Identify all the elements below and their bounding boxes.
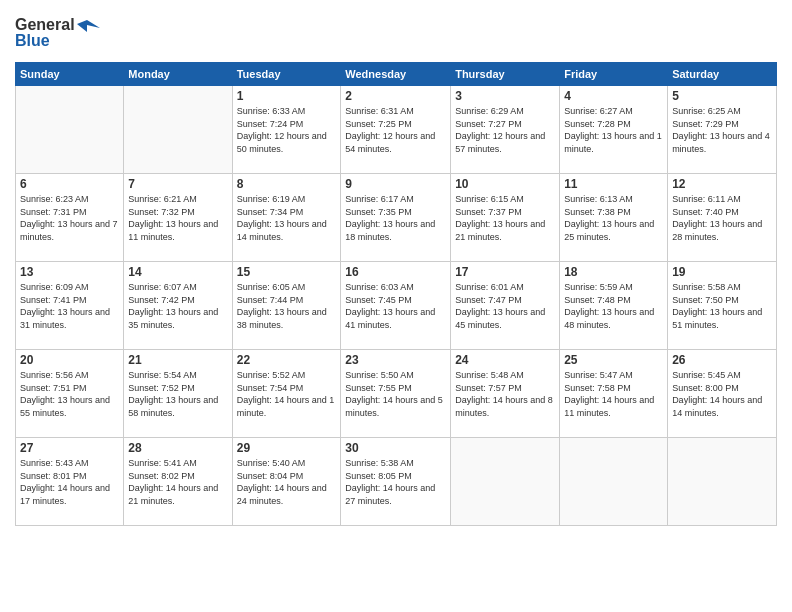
day-info: Sunrise: 5:45 AMSunset: 8:00 PMDaylight:… <box>672 369 772 419</box>
day-info: Sunrise: 5:50 AMSunset: 7:55 PMDaylight:… <box>345 369 446 419</box>
calendar-cell: 7Sunrise: 6:21 AMSunset: 7:32 PMDaylight… <box>124 174 232 262</box>
logo-text: General Blue <box>15 10 105 54</box>
calendar-cell: 4Sunrise: 6:27 AMSunset: 7:28 PMDaylight… <box>560 86 668 174</box>
day-info: Sunrise: 5:47 AMSunset: 7:58 PMDaylight:… <box>564 369 663 419</box>
svg-text:General: General <box>15 16 75 33</box>
day-number: 20 <box>20 353 119 367</box>
day-number: 14 <box>128 265 227 279</box>
calendar-cell: 23Sunrise: 5:50 AMSunset: 7:55 PMDayligh… <box>341 350 451 438</box>
calendar-cell: 14Sunrise: 6:07 AMSunset: 7:42 PMDayligh… <box>124 262 232 350</box>
day-number: 15 <box>237 265 337 279</box>
calendar-cell: 25Sunrise: 5:47 AMSunset: 7:58 PMDayligh… <box>560 350 668 438</box>
day-info: Sunrise: 5:59 AMSunset: 7:48 PMDaylight:… <box>564 281 663 331</box>
day-info: Sunrise: 6:23 AMSunset: 7:31 PMDaylight:… <box>20 193 119 243</box>
day-info: Sunrise: 6:21 AMSunset: 7:32 PMDaylight:… <box>128 193 227 243</box>
calendar-cell: 5Sunrise: 6:25 AMSunset: 7:29 PMDaylight… <box>668 86 777 174</box>
calendar-cell: 8Sunrise: 6:19 AMSunset: 7:34 PMDaylight… <box>232 174 341 262</box>
calendar-cell: 9Sunrise: 6:17 AMSunset: 7:35 PMDaylight… <box>341 174 451 262</box>
day-info: Sunrise: 6:29 AMSunset: 7:27 PMDaylight:… <box>455 105 555 155</box>
day-info: Sunrise: 6:07 AMSunset: 7:42 PMDaylight:… <box>128 281 227 331</box>
calendar-cell: 2Sunrise: 6:31 AMSunset: 7:25 PMDaylight… <box>341 86 451 174</box>
calendar-cell <box>560 438 668 526</box>
calendar-cell: 22Sunrise: 5:52 AMSunset: 7:54 PMDayligh… <box>232 350 341 438</box>
weekday-header: Saturday <box>668 63 777 86</box>
calendar-cell: 20Sunrise: 5:56 AMSunset: 7:51 PMDayligh… <box>16 350 124 438</box>
calendar-cell: 18Sunrise: 5:59 AMSunset: 7:48 PMDayligh… <box>560 262 668 350</box>
calendar-week-row: 6Sunrise: 6:23 AMSunset: 7:31 PMDaylight… <box>16 174 777 262</box>
calendar-cell: 27Sunrise: 5:43 AMSunset: 8:01 PMDayligh… <box>16 438 124 526</box>
header: General Blue <box>15 10 777 54</box>
day-number: 27 <box>20 441 119 455</box>
day-info: Sunrise: 6:09 AMSunset: 7:41 PMDaylight:… <box>20 281 119 331</box>
day-number: 23 <box>345 353 446 367</box>
calendar-cell: 17Sunrise: 6:01 AMSunset: 7:47 PMDayligh… <box>451 262 560 350</box>
day-number: 3 <box>455 89 555 103</box>
day-number: 25 <box>564 353 663 367</box>
day-number: 24 <box>455 353 555 367</box>
day-info: Sunrise: 6:17 AMSunset: 7:35 PMDaylight:… <box>345 193 446 243</box>
calendar-cell: 19Sunrise: 5:58 AMSunset: 7:50 PMDayligh… <box>668 262 777 350</box>
day-number: 22 <box>237 353 337 367</box>
calendar-cell <box>451 438 560 526</box>
day-number: 26 <box>672 353 772 367</box>
calendar-week-row: 27Sunrise: 5:43 AMSunset: 8:01 PMDayligh… <box>16 438 777 526</box>
day-info: Sunrise: 5:54 AMSunset: 7:52 PMDaylight:… <box>128 369 227 419</box>
day-info: Sunrise: 6:33 AMSunset: 7:24 PMDaylight:… <box>237 105 337 155</box>
calendar-cell: 16Sunrise: 6:03 AMSunset: 7:45 PMDayligh… <box>341 262 451 350</box>
day-info: Sunrise: 5:56 AMSunset: 7:51 PMDaylight:… <box>20 369 119 419</box>
day-number: 6 <box>20 177 119 191</box>
day-number: 12 <box>672 177 772 191</box>
day-info: Sunrise: 6:19 AMSunset: 7:34 PMDaylight:… <box>237 193 337 243</box>
day-number: 18 <box>564 265 663 279</box>
day-info: Sunrise: 5:41 AMSunset: 8:02 PMDaylight:… <box>128 457 227 507</box>
page: General Blue SundayMondayTuesdayWednesda… <box>0 0 792 612</box>
day-info: Sunrise: 6:15 AMSunset: 7:37 PMDaylight:… <box>455 193 555 243</box>
day-info: Sunrise: 6:13 AMSunset: 7:38 PMDaylight:… <box>564 193 663 243</box>
day-number: 28 <box>128 441 227 455</box>
calendar-cell: 3Sunrise: 6:29 AMSunset: 7:27 PMDaylight… <box>451 86 560 174</box>
calendar-cell: 24Sunrise: 5:48 AMSunset: 7:57 PMDayligh… <box>451 350 560 438</box>
day-info: Sunrise: 5:52 AMSunset: 7:54 PMDaylight:… <box>237 369 337 419</box>
day-number: 2 <box>345 89 446 103</box>
calendar-week-row: 13Sunrise: 6:09 AMSunset: 7:41 PMDayligh… <box>16 262 777 350</box>
day-number: 19 <box>672 265 772 279</box>
calendar-cell: 13Sunrise: 6:09 AMSunset: 7:41 PMDayligh… <box>16 262 124 350</box>
calendar-cell: 6Sunrise: 6:23 AMSunset: 7:31 PMDaylight… <box>16 174 124 262</box>
day-info: Sunrise: 6:27 AMSunset: 7:28 PMDaylight:… <box>564 105 663 155</box>
day-info: Sunrise: 5:58 AMSunset: 7:50 PMDaylight:… <box>672 281 772 331</box>
day-number: 5 <box>672 89 772 103</box>
day-number: 13 <box>20 265 119 279</box>
calendar-cell <box>668 438 777 526</box>
weekday-header: Sunday <box>16 63 124 86</box>
calendar-cell <box>124 86 232 174</box>
day-info: Sunrise: 6:01 AMSunset: 7:47 PMDaylight:… <box>455 281 555 331</box>
calendar-week-row: 1Sunrise: 6:33 AMSunset: 7:24 PMDaylight… <box>16 86 777 174</box>
calendar-cell: 15Sunrise: 6:05 AMSunset: 7:44 PMDayligh… <box>232 262 341 350</box>
day-info: Sunrise: 5:48 AMSunset: 7:57 PMDaylight:… <box>455 369 555 419</box>
day-info: Sunrise: 6:05 AMSunset: 7:44 PMDaylight:… <box>237 281 337 331</box>
weekday-header: Thursday <box>451 63 560 86</box>
day-number: 30 <box>345 441 446 455</box>
calendar-cell: 1Sunrise: 6:33 AMSunset: 7:24 PMDaylight… <box>232 86 341 174</box>
day-number: 21 <box>128 353 227 367</box>
day-info: Sunrise: 6:11 AMSunset: 7:40 PMDaylight:… <box>672 193 772 243</box>
day-info: Sunrise: 6:03 AMSunset: 7:45 PMDaylight:… <box>345 281 446 331</box>
weekday-header: Friday <box>560 63 668 86</box>
calendar-cell: 11Sunrise: 6:13 AMSunset: 7:38 PMDayligh… <box>560 174 668 262</box>
day-info: Sunrise: 6:31 AMSunset: 7:25 PMDaylight:… <box>345 105 446 155</box>
calendar-table: SundayMondayTuesdayWednesdayThursdayFrid… <box>15 62 777 526</box>
weekday-header: Monday <box>124 63 232 86</box>
day-number: 29 <box>237 441 337 455</box>
calendar-cell: 30Sunrise: 5:38 AMSunset: 8:05 PMDayligh… <box>341 438 451 526</box>
svg-text:Blue: Blue <box>15 32 50 49</box>
calendar-header-row: SundayMondayTuesdayWednesdayThursdayFrid… <box>16 63 777 86</box>
day-number: 11 <box>564 177 663 191</box>
calendar-cell: 29Sunrise: 5:40 AMSunset: 8:04 PMDayligh… <box>232 438 341 526</box>
weekday-header: Wednesday <box>341 63 451 86</box>
day-number: 16 <box>345 265 446 279</box>
day-number: 7 <box>128 177 227 191</box>
day-number: 9 <box>345 177 446 191</box>
weekday-header: Tuesday <box>232 63 341 86</box>
logo: General Blue <box>15 10 105 54</box>
svg-marker-2 <box>77 20 100 32</box>
